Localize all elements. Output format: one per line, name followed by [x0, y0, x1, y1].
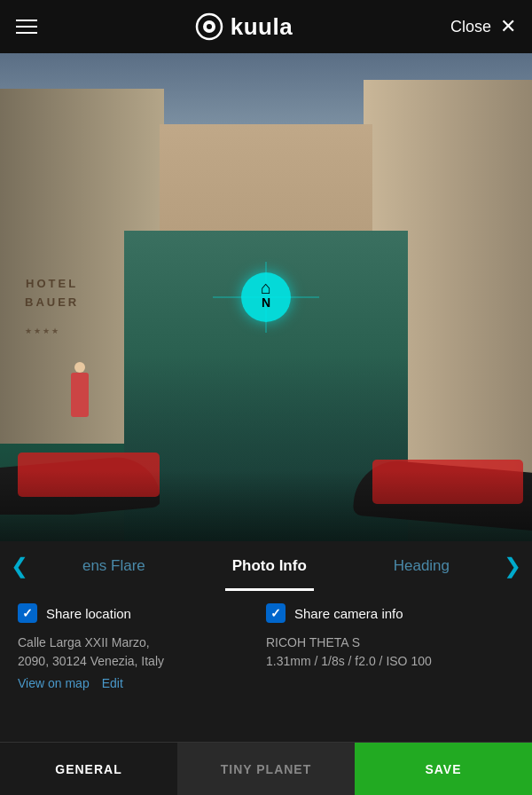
photo-overlay: [0, 470, 532, 541]
general-button[interactable]: GENERAL: [0, 743, 177, 796]
compass-indicator: ⌂ N: [241, 272, 291, 322]
info-panel: ✓ Share location ✓ Share camera info Cal…: [0, 591, 532, 722]
logo-text: kuula: [231, 13, 293, 41]
menu-line-3: [16, 32, 37, 34]
location-links: View on map Edit: [18, 676, 266, 690]
svg-point-2: [207, 24, 212, 29]
menu-line-1: [16, 20, 37, 21]
tab-prev-arrow[interactable]: ❮: [0, 541, 39, 591]
compass-circle: ⌂ N: [241, 272, 291, 322]
tab-heading[interactable]: Heading: [387, 541, 457, 591]
photo-background: HOTELBAUER ★★★★ ⌂ N: [0, 53, 532, 541]
tab-lens-flare[interactable]: ens Flare: [75, 541, 153, 591]
share-camera-item: ✓ Share camera info: [266, 603, 514, 623]
photo-area[interactable]: HOTELBAUER ★★★★ ⌂ N: [0, 53, 532, 541]
tab-photo-info[interactable]: Photo Info: [225, 541, 314, 591]
checkboxes-row: ✓ Share location ✓ Share camera info: [18, 603, 514, 623]
menu-line-2: [16, 26, 37, 28]
view-on-map-link[interactable]: View on map: [18, 676, 90, 690]
share-location-item: ✓ Share location: [18, 603, 266, 623]
info-data-row: Calle Larga XXII Marzo,2090, 30124 Venez…: [18, 634, 514, 690]
close-icon: ✕: [500, 15, 516, 38]
app-logo: kuula: [195, 12, 293, 41]
edit-link[interactable]: Edit: [102, 676, 123, 690]
location-column: Calle Larga XXII Marzo,2090, 30124 Venez…: [18, 634, 266, 690]
compass-house-icon: ⌂: [261, 278, 271, 298]
tabs-bar: ❮ ens Flare Photo Info Heading ❯: [0, 541, 532, 591]
share-location-label: Share location: [46, 606, 131, 621]
close-label: Close: [450, 18, 491, 36]
share-camera-label: Share camera info: [294, 606, 403, 621]
share-location-checkbox[interactable]: ✓: [18, 603, 37, 623]
tiny-planet-button[interactable]: TINY PLANET: [177, 743, 355, 796]
logo-icon: [195, 12, 223, 41]
bottom-bar: GENERAL TINY PLANET SAVE: [0, 742, 532, 795]
share-camera-checkbox[interactable]: ✓: [266, 603, 286, 623]
person-figure: [71, 373, 89, 417]
checkmark-icon: ✓: [22, 606, 33, 620]
close-button[interactable]: Close ✕: [450, 15, 516, 38]
camera-info-text: RICOH THETA S1.31mm / 1/8s / f2.0 / ISO …: [266, 634, 514, 671]
save-button[interactable]: SAVE: [355, 743, 532, 796]
checkmark-icon-2: ✓: [270, 606, 281, 620]
app-header: kuula Close ✕: [0, 0, 532, 53]
hotel-stars: ★★★★: [25, 327, 60, 335]
tab-next-arrow[interactable]: ❯: [493, 541, 532, 591]
tabs-container: ens Flare Photo Info Heading: [39, 541, 493, 591]
camera-column: RICOH THETA S1.31mm / 1/8s / f2.0 / ISO …: [266, 634, 514, 690]
hotel-name: HOTELBAUER: [25, 275, 79, 312]
address-text: Calle Larga XXII Marzo,2090, 30124 Venez…: [18, 634, 266, 671]
menu-button[interactable]: [16, 20, 37, 34]
